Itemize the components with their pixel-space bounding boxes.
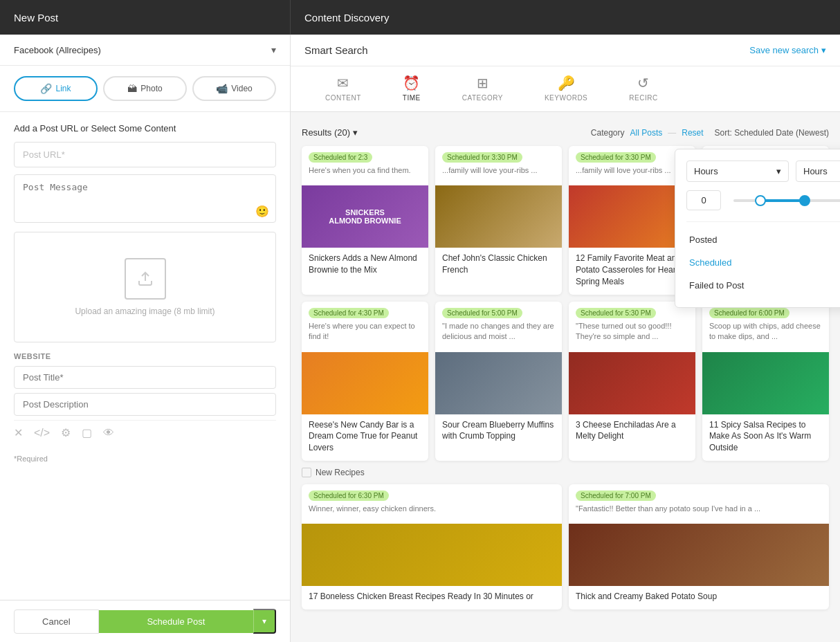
content-card[interactable]: Scheduled for 2:3 Here's when you ca fin… bbox=[302, 146, 428, 295]
card-top: Scheduled for 7:00 PM "Fantastic!! Bette… bbox=[569, 484, 829, 524]
main-layout: Facebook (Allrecipes) ▾ 🔗 Link 🏔 Photo 📹… bbox=[0, 35, 840, 642]
schedule-post-button[interactable]: Schedule Post bbox=[99, 610, 253, 633]
card-image: SNICKERSALMOND BROWNIE bbox=[302, 185, 428, 248]
link-tab[interactable]: 🔗 Link bbox=[14, 76, 98, 101]
cancel-button[interactable]: Cancel bbox=[14, 609, 99, 634]
link-icon: 🔗 bbox=[40, 83, 52, 94]
range-thumb-right[interactable] bbox=[799, 195, 810, 206]
separator: — bbox=[668, 128, 676, 138]
content-card[interactable]: Scheduled for 5:00 PM "I made no changes… bbox=[435, 302, 562, 461]
new-recipes-toggle[interactable]: New Recipes bbox=[302, 468, 829, 477]
filter-option-posted[interactable]: Posted bbox=[686, 229, 840, 250]
new-post-header: New Post bbox=[0, 0, 291, 35]
card-preview: "I made no changes and they are deliciou… bbox=[442, 321, 555, 342]
content-card[interactable]: Scheduled for 6:00 PM Scoop up with chip… bbox=[702, 302, 829, 461]
filter-option-failed[interactable]: Failed to Post bbox=[686, 275, 840, 296]
card-image bbox=[569, 524, 829, 586]
card-top: Scheduled for 6:00 PM Scoop up with chip… bbox=[702, 302, 829, 352]
new-post-title: New Post bbox=[14, 12, 58, 24]
scheduled-badge: Scheduled for 5:00 PM bbox=[442, 308, 522, 318]
card-title: Sour Cream Blueberry Muffins with Crumb … bbox=[435, 414, 562, 450]
hours-from-select[interactable]: Hours ▾ bbox=[686, 160, 789, 182]
photo-tab[interactable]: 🏔 Photo bbox=[103, 76, 187, 101]
tab-category[interactable]: ⊞ CATEGORY bbox=[441, 66, 524, 111]
settings-icon[interactable]: ⚙ bbox=[61, 426, 71, 439]
photo-tab-label: Photo bbox=[140, 84, 162, 93]
card-image bbox=[435, 352, 562, 414]
post-url-input[interactable] bbox=[14, 142, 276, 167]
save-search-button[interactable]: Save new search ▾ bbox=[749, 45, 826, 55]
upload-area[interactable]: Upload an amazing image (8 mb limit) bbox=[14, 232, 276, 342]
account-chevron-icon[interactable]: ▾ bbox=[271, 44, 276, 55]
smart-search-title: Smart Search bbox=[304, 44, 368, 56]
results-count-chevron: ▾ bbox=[353, 127, 358, 138]
content-card[interactable]: Scheduled for 7:00 PM "Fantastic!! Bette… bbox=[569, 484, 829, 609]
card-row-2: Scheduled for 4:30 PM Here's where you c… bbox=[302, 302, 829, 461]
post-title-input[interactable] bbox=[14, 366, 276, 389]
tab-time[interactable]: ⏰ TIME bbox=[382, 66, 441, 111]
tab-recirc[interactable]: ↺ RECIRC bbox=[608, 66, 678, 111]
upload-text: Upload an amazing image (8 mb limit) bbox=[75, 306, 214, 316]
card-preview: Scoop up with chips, add cheese to make … bbox=[709, 321, 822, 342]
content-card[interactable]: Scheduled for 4:30 PM Here's where you c… bbox=[302, 302, 428, 461]
hours-from-label: Hours bbox=[694, 166, 718, 176]
filter-posted-label: Posted bbox=[689, 235, 717, 245]
code-icon[interactable]: </> bbox=[34, 427, 50, 439]
form-section-title: Add a Post URL or Select Some Content bbox=[14, 123, 276, 134]
scheduled-badge: Scheduled for 5:30 PM bbox=[576, 308, 656, 318]
card-title: Thick and Creamy Baked Potato Soup bbox=[569, 586, 829, 609]
recirc-tab-icon: ↺ bbox=[637, 75, 649, 91]
post-description-input[interactable] bbox=[14, 393, 276, 416]
bottom-action-bar: Cancel Schedule Post ▾ bbox=[0, 600, 290, 642]
results-count-label: Results (20) bbox=[302, 127, 350, 138]
video-tab-label: Video bbox=[231, 84, 252, 93]
post-message-input[interactable] bbox=[14, 174, 276, 223]
card-title: 17 Boneless Chicken Breast Recipes Ready… bbox=[302, 586, 562, 609]
range-slider[interactable] bbox=[733, 199, 840, 202]
keywords-tab-label: KEYWORDS bbox=[545, 94, 587, 102]
top-header: New Post Content Discovery bbox=[0, 0, 840, 35]
content-card[interactable]: Scheduled for 5:30 PM "These turned out … bbox=[569, 302, 695, 461]
scheduled-badge: Scheduled for 7:00 PM bbox=[576, 490, 656, 501]
keywords-tab-icon: 🔑 bbox=[558, 75, 575, 91]
scheduled-badge: Scheduled for 6:00 PM bbox=[709, 308, 789, 318]
content-discovery-title: Content Discovery bbox=[304, 12, 390, 24]
close-icon[interactable]: ✕ bbox=[14, 426, 23, 439]
video-tab[interactable]: 📹 Video bbox=[192, 76, 276, 101]
time-tab-icon: ⏰ bbox=[403, 75, 420, 91]
time-from-input[interactable]: 0 bbox=[686, 190, 721, 210]
card-top: Scheduled for 4:30 PM Here's where you c… bbox=[302, 302, 428, 352]
account-selector[interactable]: Facebook (Allrecipes) ▾ bbox=[0, 35, 290, 66]
schedule-dropdown-button[interactable]: ▾ bbox=[253, 609, 276, 634]
scheduled-badge: Scheduled for 3:30 PM bbox=[576, 152, 656, 163]
card-image bbox=[302, 352, 428, 414]
tab-keywords[interactable]: 🔑 KEYWORDS bbox=[524, 66, 608, 111]
scheduled-badge: Scheduled for 3:30 PM bbox=[442, 152, 522, 163]
hours-to-select[interactable]: Hours ▾ bbox=[796, 160, 840, 182]
left-panel: Facebook (Allrecipes) ▾ 🔗 Link 🏔 Photo 📹… bbox=[0, 35, 291, 642]
new-recipes-checkbox[interactable] bbox=[302, 468, 311, 477]
card-top: Scheduled for 5:30 PM "These turned out … bbox=[569, 302, 695, 352]
range-thumb-left[interactable] bbox=[755, 195, 766, 206]
emoji-icon[interactable]: 🙂 bbox=[255, 205, 269, 218]
reset-button[interactable]: Reset bbox=[682, 128, 703, 138]
card-preview: Here's where you can expect to find it! bbox=[309, 321, 421, 342]
card-image bbox=[302, 524, 562, 586]
sort-value-text: Scheduled Date (Newest) bbox=[734, 128, 829, 138]
category-all-posts[interactable]: All Posts bbox=[630, 128, 663, 138]
filter-option-scheduled[interactable]: Scheduled ✓ bbox=[686, 250, 840, 275]
card-title: 11 Spicy Salsa Recipes to Make As Soon A… bbox=[702, 414, 829, 461]
tab-content[interactable]: ✉ CONTENT bbox=[304, 66, 382, 111]
results-right-controls: Category All Posts — Reset Sort: Schedul… bbox=[591, 128, 829, 138]
card-title: Chef John's Classic Chicken French bbox=[435, 248, 562, 283]
square-icon[interactable]: ▢ bbox=[82, 426, 92, 439]
category-tab-label: CATEGORY bbox=[462, 94, 503, 102]
link-tab-label: Link bbox=[55, 84, 71, 93]
card-top: Scheduled for 2:3 Here's when you ca fin… bbox=[302, 146, 428, 185]
eye-icon[interactable]: 👁 bbox=[103, 427, 114, 439]
website-label: WEBSITE bbox=[14, 352, 276, 360]
card-preview: Winner, winner, easy chicken dinners. bbox=[309, 504, 555, 514]
content-card[interactable]: Scheduled for 6:30 PM Winner, winner, ea… bbox=[302, 484, 562, 609]
content-card[interactable]: Scheduled for 3:30 PM ...family will lov… bbox=[435, 146, 562, 295]
results-count[interactable]: Results (20) ▾ bbox=[302, 127, 358, 138]
